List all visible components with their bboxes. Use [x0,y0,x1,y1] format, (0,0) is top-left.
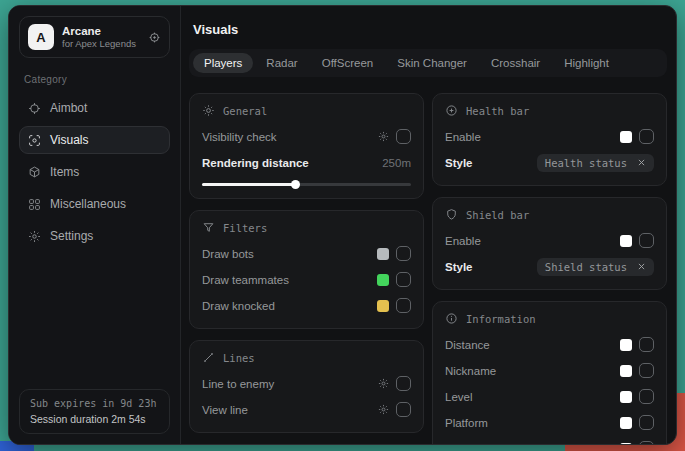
app-brand-card: A Arcane for Apex Legends [19,16,170,58]
color-swatch[interactable] [620,339,632,351]
app-name: Arcane [62,25,140,37]
color-swatch[interactable] [620,235,632,247]
color-swatch[interactable] [620,131,632,143]
setting-row-draw-teammates: Draw teammates [202,269,411,290]
slider-thumb[interactable] [291,180,300,189]
setting-row-line-to-enemy: Line to enemy [202,373,411,394]
tab-highlight[interactable]: Highlight [553,53,620,73]
sidebar-item-visuals[interactable]: Visuals [19,126,170,154]
legend-name-checkbox[interactable] [639,441,654,445]
level-checkbox[interactable] [639,389,654,404]
view-line-checkbox[interactable] [396,402,411,417]
sun-icon [202,104,215,117]
row-settings-gear-icon[interactable] [378,404,389,415]
color-swatch[interactable] [620,443,632,446]
target-icon[interactable] [148,31,161,44]
slider-fill [202,183,296,186]
section-lines: Lines Line to enemy [189,340,424,433]
section-box: Box Enable Enable background [189,444,424,445]
grid-icon [28,198,41,211]
app-brand-text: Arcane for Apex Legends [62,25,140,49]
section-title: General [223,105,267,117]
sidebar-item-settings[interactable]: Settings [19,222,170,250]
health-style-select[interactable]: Health status [537,154,654,172]
draw-bots-checkbox[interactable] [396,246,411,261]
clear-icon[interactable] [637,158,646,167]
page-title: Visuals [193,22,667,37]
shield-style-value: Shield status [545,261,627,273]
distance-checkbox[interactable] [639,337,654,352]
color-swatch[interactable] [620,365,632,377]
health-style-value: Health status [545,157,627,169]
subscription-info-card: Sub expires in 9d 23h Session duration 2… [19,389,170,434]
section-shield-bar: Shield bar Enable Style S [432,197,667,290]
sidebar: A Arcane for Apex Legends Category Aimbo… [9,6,181,444]
color-swatch[interactable] [377,274,389,286]
setting-row-shield-style: Style Shield status [445,256,654,277]
section-health-bar: Health bar Enable Style H [432,93,667,186]
gear-icon [28,230,41,243]
draw-knocked-checkbox[interactable] [396,298,411,313]
clear-icon[interactable] [637,262,646,271]
tab-radar[interactable]: Radar [255,53,308,73]
platform-checkbox[interactable] [639,415,654,430]
main-panel: Visuals Players Radar OffScreen Skin Cha… [181,6,676,444]
section-information: Information Distance Nickname [432,301,667,445]
row-settings-gear-icon[interactable] [378,378,389,389]
section-title: Filters [223,222,267,234]
color-swatch[interactable] [620,417,632,429]
sidebar-item-label: Visuals [50,133,88,147]
rendering-distance-slider[interactable] [202,183,411,186]
settings-content: General Visibility check [189,93,667,445]
sidebar-item-label: Miscellaneous [50,197,126,211]
color-swatch[interactable] [377,248,389,260]
app-logo-letter: A [36,30,45,45]
setting-row-nickname: Nickname [445,360,654,381]
shield-enable-checkbox[interactable] [639,233,654,248]
color-swatch[interactable] [377,300,389,312]
desktop-background: A Arcane for Apex Legends Category Aimbo… [0,0,685,451]
setting-row-level: Level [445,386,654,407]
sidebar-item-items[interactable]: Items [19,158,170,186]
crosshair-icon [28,102,41,115]
left-column: General Visibility check [189,93,424,445]
setting-row-rendering-distance: Rendering distance 250m [202,152,411,173]
sidebar-item-aimbot[interactable]: Aimbot [19,94,170,122]
visibility-check-checkbox[interactable] [396,129,411,144]
sidebar-item-label: Settings [50,229,93,243]
section-title: Lines [223,352,255,364]
tab-crosshair[interactable]: Crosshair [480,53,551,73]
setting-row-distance: Distance [445,334,654,355]
section-filters: Filters Draw bots Draw teammates [189,210,424,329]
row-settings-gear-icon[interactable] [378,131,389,142]
setting-row-visibility-check: Visibility check [202,126,411,147]
nickname-checkbox[interactable] [639,363,654,378]
tab-skin-changer[interactable]: Skin Changer [386,53,478,73]
rendering-distance-value: 250m [382,157,411,169]
tab-offscreen[interactable]: OffScreen [311,53,385,73]
health-enable-checkbox[interactable] [639,129,654,144]
diagonal-line-icon [202,351,215,364]
sidebar-item-miscellaneous[interactable]: Miscellaneous [19,190,170,218]
setting-row-draw-knocked: Draw knocked [202,295,411,316]
setting-row-health-enable: Enable [445,126,654,147]
cube-icon [28,166,41,179]
session-duration-text: Session duration 2m 54s [30,413,159,425]
color-swatch[interactable] [620,391,632,403]
eye-scan-icon [28,134,41,147]
app-logo: A [28,24,54,50]
draw-teammates-checkbox[interactable] [396,272,411,287]
shield-icon [445,208,458,221]
sidebar-item-label: Items [50,165,79,179]
line-to-enemy-checkbox[interactable] [396,376,411,391]
sidebar-item-label: Aimbot [50,101,87,115]
setting-row-platform: Platform [445,412,654,433]
shield-style-select[interactable]: Shield status [537,258,654,276]
setting-row-legend-name: Legend name [445,438,654,445]
tab-players[interactable]: Players [193,53,253,73]
setting-row-draw-bots: Draw bots [202,243,411,264]
tab-bar: Players Radar OffScreen Skin Changer Cro… [189,49,667,77]
setting-row-shield-enable: Enable [445,230,654,251]
health-cross-icon [445,104,458,117]
section-general: General Visibility check [189,93,424,199]
